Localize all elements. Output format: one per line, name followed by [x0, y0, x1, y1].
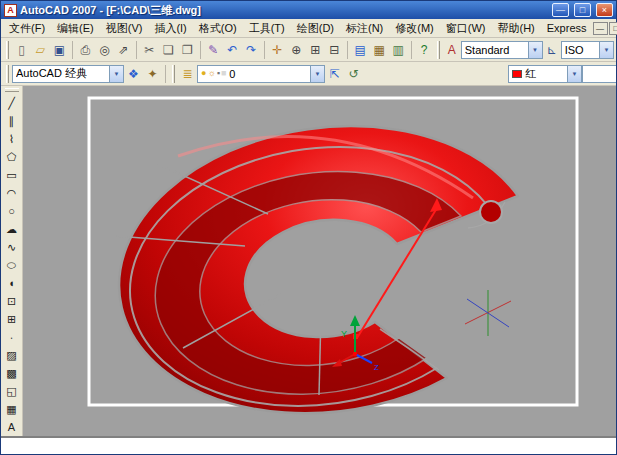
layer-previous-icon[interactable]: ↺	[344, 64, 363, 84]
model-viewport: Y Z	[23, 86, 616, 436]
doc-restore-button[interactable]: □	[609, 22, 617, 35]
clipboard-group: ✂❏❐	[140, 40, 197, 60]
separator	[264, 41, 265, 59]
text-style-value: Standard	[465, 44, 526, 56]
designcenter-icon[interactable]: ▦	[370, 40, 389, 60]
circle-icon[interactable]: ○	[2, 202, 22, 220]
rectangle-icon[interactable]: ▭	[2, 166, 22, 184]
menu-file[interactable]: 文件(F)	[3, 21, 51, 36]
menu-help[interactable]: 帮助(H)	[492, 21, 541, 36]
palettes-group: ▤▦▥	[351, 40, 408, 60]
close-button[interactable]: ×	[596, 3, 613, 17]
dropdown-arrow-icon[interactable]: ▼	[599, 42, 613, 58]
cut-icon[interactable]: ✂	[140, 40, 159, 60]
region-icon[interactable]: ◱	[2, 382, 22, 400]
paste-icon[interactable]: ❐	[178, 40, 197, 60]
dropdown-arrow-icon[interactable]: ▼	[310, 66, 324, 82]
multiline-text-icon[interactable]: A	[2, 418, 22, 436]
document-window-controls: — □ ×	[593, 22, 617, 35]
dim-style-select[interactable]: ISO ▼	[561, 41, 614, 59]
zoom-window-icon[interactable]: ⊞	[306, 40, 325, 60]
view-group: ✛⊕⊞⊟	[268, 40, 344, 60]
text-style-select[interactable]: Standard ▼	[461, 41, 543, 59]
menu-dimension[interactable]: 标注(N)	[340, 21, 389, 36]
layer-select[interactable]: ●☼▪■ 0 ▼	[197, 65, 325, 83]
menu-tools[interactable]: 工具(T)	[243, 21, 291, 36]
save-icon[interactable]: ▣	[50, 40, 69, 60]
zoom-realtime-icon[interactable]: ⊕	[287, 40, 306, 60]
toolbar-grip[interactable]	[437, 41, 440, 59]
layers-toolbar: AutoCAD 经典 ▼ ❖✦ ≣ ●☼▪■ 0 ▼ ⇱↺ 红 ▼ ▼	[1, 62, 616, 86]
undo-icon[interactable]: ↶	[223, 40, 242, 60]
dim-style-icon[interactable]: ⊾	[543, 40, 561, 60]
match-properties-icon[interactable]: ✎	[204, 40, 223, 60]
publish-icon[interactable]: ⇗	[114, 40, 133, 60]
toolbar-grip[interactable]	[5, 88, 19, 92]
hatch-icon[interactable]: ▨	[2, 346, 22, 364]
layer-lock-icon: ▪	[217, 69, 220, 78]
table-icon[interactable]: ▦	[2, 400, 22, 418]
make-block-icon[interactable]: ⊞	[2, 310, 22, 328]
tool-palettes-icon[interactable]: ▥	[389, 40, 408, 60]
line-icon[interactable]: ╱	[2, 94, 22, 112]
menu-edit[interactable]: 编辑(E)	[51, 21, 100, 36]
menu-format[interactable]: 格式(O)	[193, 21, 243, 36]
polyline-icon[interactable]: ⌇	[2, 130, 22, 148]
axis-tripod-icon	[465, 290, 511, 336]
open-folder-icon[interactable]: ▱	[31, 40, 50, 60]
workspace-select[interactable]: AutoCAD 经典 ▼	[12, 65, 124, 83]
plot-icon[interactable]: ⎙	[76, 40, 95, 60]
properties-palette-icon[interactable]: ▤	[351, 40, 370, 60]
doc-minimize-button[interactable]: —	[593, 22, 608, 35]
my-workspace-icon[interactable]: ✦	[143, 64, 162, 84]
menu-draw[interactable]: 绘图(D)	[291, 21, 340, 36]
help-icon[interactable]: ?	[415, 40, 434, 60]
pan-icon[interactable]: ✛	[268, 40, 287, 60]
toolbar-grip[interactable]	[6, 41, 9, 59]
maximize-button[interactable]: □	[574, 3, 591, 17]
spline-icon[interactable]: ∿	[2, 238, 22, 256]
dropdown-arrow-icon[interactable]: ▼	[528, 42, 542, 58]
plot-preview-icon[interactable]: ◎	[95, 40, 114, 60]
qnew-icon[interactable]: ▯	[12, 40, 31, 60]
make-object-layer-current-icon[interactable]: ⇱	[325, 64, 344, 84]
gradient-icon[interactable]: ▩	[2, 364, 22, 382]
zoom-previous-icon[interactable]: ⊟	[325, 40, 344, 60]
point-icon[interactable]: ∙	[2, 328, 22, 346]
ellipse-arc-icon[interactable]: ◖	[2, 274, 22, 292]
revision-cloud-icon[interactable]: ☁	[2, 220, 22, 238]
menu-modify[interactable]: 修改(M)	[389, 21, 440, 36]
drawing-area[interactable]: Y Z	[23, 86, 616, 436]
redo-icon[interactable]: ↷	[242, 40, 261, 60]
dropdown-arrow-icon[interactable]: ▼	[109, 66, 123, 82]
dropdown-arrow-icon[interactable]: ▼	[567, 66, 581, 82]
toolbar-grip[interactable]	[6, 65, 9, 83]
text-style-icon[interactable]: A	[443, 40, 461, 60]
tube-tip-curl	[480, 201, 502, 223]
toolbar-grip[interactable]	[172, 65, 175, 83]
color-value: 红	[525, 66, 565, 81]
workspace-settings-icon[interactable]: ❖	[124, 64, 143, 84]
menu-insert[interactable]: 插入(I)	[148, 21, 192, 36]
arc-icon[interactable]: ◠	[2, 184, 22, 202]
print-group: ⎙◎⇗	[76, 40, 133, 60]
copy-icon[interactable]: ❏	[159, 40, 178, 60]
menu-view[interactable]: 视图(V)	[100, 21, 149, 36]
insert-block-icon[interactable]: ⊡	[2, 292, 22, 310]
layer-properties-manager-icon[interactable]: ≣	[178, 64, 197, 84]
layer-on-icon: ●	[201, 69, 206, 78]
window-title: AutoCAD 2007 - [F:\CAD\三维.dwg]	[20, 3, 547, 18]
polygon-icon[interactable]: ⬠	[2, 148, 22, 166]
minimize-button[interactable]: —	[552, 3, 569, 17]
command-line[interactable]	[1, 436, 616, 454]
file-group: ▯▱▣	[12, 40, 69, 60]
workspace-buttons: ❖✦	[124, 64, 162, 84]
ellipse-icon[interactable]: ⬭	[2, 256, 22, 274]
standard-toolbar: ▯▱▣ ⎙◎⇗ ✂❏❐ ✎↶↷ ✛⊕⊞⊟ ▤▦▥ ? A Standard	[1, 38, 616, 62]
menu-items: 文件(F)编辑(E)视图(V)插入(I)格式(O)工具(T)绘图(D)标注(N)…	[3, 19, 593, 37]
menu-window[interactable]: 窗口(W)	[440, 21, 492, 36]
menu-express[interactable]: Express	[541, 22, 593, 34]
construction-line-icon[interactable]: ∥	[2, 112, 22, 130]
object-color-select[interactable]: 红 ▼	[508, 65, 582, 83]
linetype-select[interactable]: ▼	[582, 65, 616, 83]
